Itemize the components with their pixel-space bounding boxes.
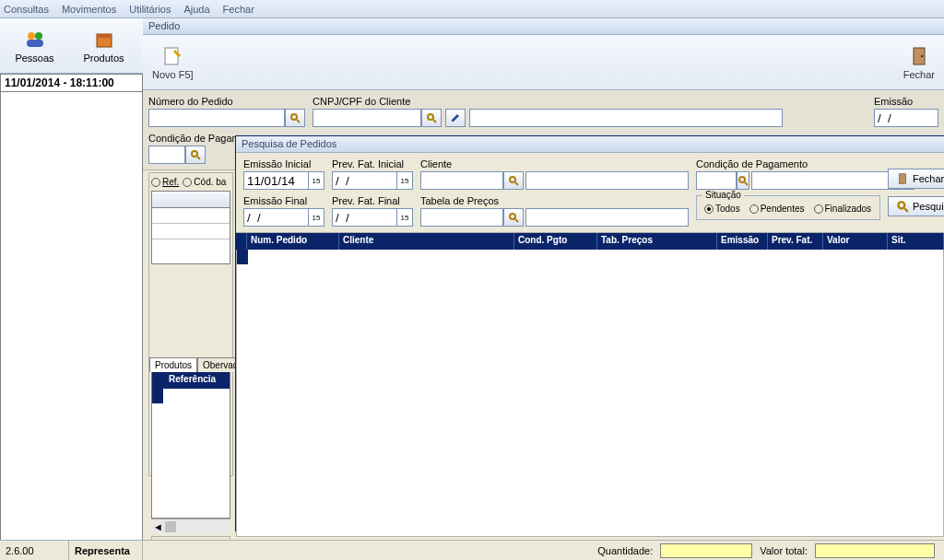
footer-bar: Quantidade: Valor total: [143, 540, 944, 560]
cond-code-input[interactable] [696, 171, 737, 190]
mini-grid[interactable] [151, 191, 230, 264]
pessoas-button[interactable]: Pessoas [0, 18, 69, 73]
svg-rect-6 [914, 48, 925, 64]
emissao-fin-input[interactable] [243, 208, 308, 227]
new-icon [161, 45, 183, 67]
edit-icon [450, 112, 461, 123]
calendar-icon[interactable]: 15 [308, 171, 324, 190]
search-icon [190, 149, 201, 160]
svg-point-16 [510, 214, 515, 219]
svg-point-0 [28, 32, 35, 40]
svg-point-21 [898, 202, 904, 208]
pesquisar-button[interactable]: Pesquisar [888, 196, 944, 216]
people-icon [24, 29, 46, 51]
svg-line-19 [745, 182, 748, 185]
svg-rect-20 [900, 174, 906, 184]
cond-label: Condição de Pagame [148, 133, 246, 144]
calendar-icon[interactable]: 15 [396, 171, 413, 190]
door-icon [908, 45, 930, 67]
svg-line-22 [904, 208, 908, 212]
cliente-name-input[interactable] [525, 171, 689, 190]
cond-filter-label: Condição de Pagamento [696, 158, 880, 169]
pendentes-label: Pendentes [761, 204, 805, 214]
results-grid[interactable]: Num. Pedido Cliente Cond. Pgto Tab. Preç… [236, 233, 944, 537]
svg-point-18 [739, 177, 745, 182]
role-cell: Representa [69, 541, 143, 560]
tabela-name-input[interactable] [525, 208, 689, 227]
col-cliente: Cliente [339, 233, 514, 250]
ref-radio-label: Ref. [162, 177, 179, 187]
search-icon [508, 175, 519, 186]
produtos-label: Produtos [83, 52, 124, 64]
menu-consultas[interactable]: Consultas [4, 4, 49, 15]
svg-line-13 [197, 157, 200, 159]
search-icon [289, 112, 301, 123]
numero-label: Número do Pedido [148, 96, 305, 107]
todos-label: Todos [715, 204, 740, 214]
todos-radio[interactable]: Todos [704, 204, 740, 214]
produtos-button[interactable]: Produtos [69, 18, 138, 73]
col-prev: Prev. Fat. [768, 233, 823, 250]
cond-search-button[interactable] [737, 171, 749, 190]
cliente-code-input[interactable] [420, 171, 503, 190]
fechar-button[interactable]: Fechar [903, 45, 935, 80]
tabela-search-button[interactable] [503, 208, 524, 227]
dialog-title: Pesquisa de Pedidos [236, 136, 944, 153]
pesquisar-label: Pesquisar [913, 201, 944, 212]
menubar: Consultas Movimentos Utilitários Ajuda F… [0, 0, 944, 18]
calendar-icon[interactable]: 15 [396, 208, 413, 227]
finalizados-radio[interactable]: Finalizados [814, 204, 872, 214]
search-icon [896, 200, 909, 213]
dialog-fechar-button[interactable]: Fechar [888, 169, 944, 189]
cliente-search-button[interactable] [503, 171, 524, 190]
body-lower: Ref. Cód. ba Produtos Obervaçã Referênci… [143, 170, 944, 560]
numero-input[interactable] [148, 109, 285, 127]
pendentes-radio[interactable]: Pendentes [749, 204, 805, 214]
cnpj-input[interactable] [313, 109, 421, 127]
menu-ajuda[interactable]: Ajuda [183, 4, 209, 15]
cliente-name-display [469, 109, 783, 127]
quantidade-label: Quantidade: [597, 545, 653, 556]
cnpj-edit-button[interactable] [445, 109, 466, 127]
tabela-label: Tabela de Preços [420, 195, 689, 206]
box-icon [93, 29, 115, 51]
svg-rect-2 [27, 40, 43, 47]
left-panel [0, 92, 143, 560]
finalizados-label: Finalizados [825, 204, 872, 214]
emissao-ini-label: Emissão Inicial [243, 158, 324, 169]
search-icon [508, 212, 519, 223]
fechar-label: Fechar [903, 69, 935, 80]
scroll-left-icon: ◄ [153, 521, 163, 532]
prev-ini-input[interactable] [332, 171, 396, 190]
tab-produtos[interactable]: Produtos [149, 357, 197, 372]
cod-radio-label: Cód. ba [194, 177, 226, 187]
tabela-code-input[interactable] [420, 208, 503, 227]
menu-utilitarios[interactable]: Utilitários [129, 4, 171, 15]
novo-button[interactable]: Novo F5] [152, 45, 194, 80]
svg-line-9 [297, 120, 300, 122]
cond-input[interactable] [148, 146, 185, 164]
ref-radio[interactable]: Ref. [151, 177, 179, 187]
prev-fin-input[interactable] [332, 208, 396, 227]
items-frame: Ref. Cód. ba Produtos Obervaçã Referênci… [148, 172, 233, 476]
h-scrollbar[interactable]: ◄ [151, 519, 230, 533]
svg-point-12 [192, 151, 197, 157]
novo-label: Novo F5] [152, 69, 194, 80]
svg-rect-4 [97, 34, 112, 38]
menu-movimentos[interactable]: Movimentos [62, 4, 116, 15]
svg-point-8 [291, 114, 297, 120]
dialog-fechar-label: Fechar [913, 173, 944, 184]
pane-toolbar: Novo F5] Fechar [143, 35, 944, 90]
cnpj-search-button[interactable] [421, 109, 442, 127]
total-label: Valor total: [760, 545, 808, 556]
calendar-icon[interactable]: 15 [308, 208, 324, 227]
cond-search-button[interactable] [185, 146, 206, 164]
emissao-input[interactable] [874, 109, 938, 127]
pessoas-label: Pessoas [15, 52, 53, 64]
cod-radio[interactable]: Cód. ba [183, 177, 226, 187]
numero-search-button[interactable] [285, 109, 305, 127]
menu-fechar[interactable]: Fechar [223, 4, 254, 15]
emissao-ini-input[interactable] [243, 171, 308, 190]
search-icon [738, 175, 749, 186]
produtos-list[interactable]: Referência [151, 371, 230, 519]
